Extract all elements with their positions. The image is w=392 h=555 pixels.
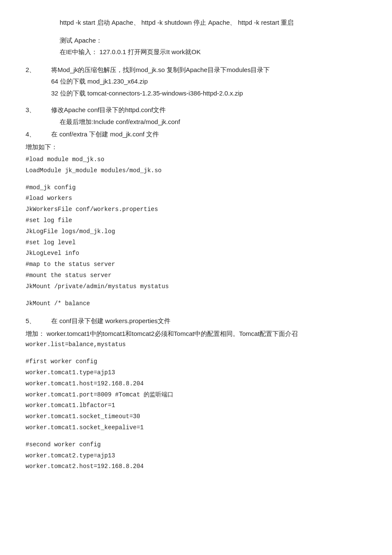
code-1: #load module mod_jk.so [26,155,366,165]
code-6: #set log file [26,216,366,226]
code-first-6: worker.tomcat1.socket_timeout=30 [26,412,366,422]
code-8: #set log level [26,238,366,248]
code-3: #mod_jk config [26,183,366,193]
code-second-2: worker.tomcat2.type=ajp13 [26,451,366,461]
code-7: JkLogFile logs/mod_jk.log [26,227,366,237]
item-5: 5、 在 conf目录下创建 workers.properties文件 [26,315,366,327]
item-5-num: 5、 [26,315,51,327]
code-4: #load workers [26,194,366,204]
code-9: JkLogLevel info [26,249,366,259]
item-5-workerlist: worker.list=balance,mystatus [26,340,366,350]
item-3-num: 3、 [26,104,51,128]
item-3-text: 修改Apache conf目录下的httpd.conf文件 [51,104,366,116]
code-second-1: #second worker config [26,440,366,450]
item-5-text: 在 conf目录下创建 workers.properties文件 [51,315,366,327]
item-2-text: 将Mod_jk的压缩包解压，找到mod_jk.so 复制到Apache目录下mo… [51,64,366,75]
second-worker-config: #second worker config worker.tomcat2.typ… [26,440,366,472]
item-5-add: 增加： worker.tomcat1中的tomcat1和tomcat2必须和To… [26,328,366,350]
item-2-num: 2、 [26,64,51,100]
code-13: JkMount /* balance [26,299,366,309]
code-10: #map to the status server [26,260,366,270]
httpd-commands-text: httpd -k start 启动 Apache、 httpd -k shutd… [60,17,366,28]
item-5-add-text: 增加： worker.tomcat1中的tomcat1和tomcat2必须和To… [26,328,366,339]
item-2: 2、 将Mod_jk的压缩包解压，找到mod_jk.so 复制到Apache目录… [26,64,366,100]
item-3-content: 修改Apache conf目录下的httpd.conf文件 在最后增加:Incl… [51,104,366,128]
code-second-3: worker.tomcat2.host=192.168.8.204 [26,462,366,472]
code-block-1: #load module mod_jk.so LoadModule jk_mod… [26,155,366,176]
code-11: #mount the status server [26,271,366,281]
item-5-content: 在 conf目录下创建 workers.properties文件 [51,315,366,327]
code-first-3: worker.tomcat1.host=192.168.8.204 [26,379,366,389]
code-12: JkMount /private/admin/mystatus mystatus [26,282,366,292]
code-first-4: worker.tomcat1.port=8009 #Tomcat 的监听端口 [26,390,366,400]
item-4-num: 4、 [26,129,51,141]
test-section: 测试 Apache： 在IE中输入： 127.0.0.1 打开网页显示It wo… [26,35,366,58]
item-3: 3、 修改Apache conf目录下的httpd.conf文件 在最后增加:I… [26,104,366,128]
item-2-content: 将Mod_jk的压缩包解压，找到mod_jk.so 复制到Apache目录下mo… [51,64,366,100]
code-first-7: worker.tomcat1.socket_keepalive=1 [26,423,366,433]
item-3-sub1: 在最后增加:Include conf/extra/mod_jk.conf [51,116,366,127]
item-2-sub2: 32 位的下载 tomcat-connectors-1.2.35-windows… [51,88,366,99]
httpd-commands-line: httpd -k start 启动 Apache、 httpd -k shutd… [26,17,366,28]
item-4-add-text: 增加如下： [26,142,366,153]
code-2: LoadModule jk_module modules/mod_jk.so [26,166,366,176]
code-block-2: #mod_jk config #load workers JkWorkersFi… [26,183,366,292]
code-block-3: JkMount /* balance [26,299,366,309]
page-content: httpd -k start 启动 Apache、 httpd -k shutd… [26,17,366,472]
first-worker-config: #first worker config worker.tomcat1.type… [26,357,366,433]
code-first-5: worker.tomcat1.lbfactor=1 [26,401,366,411]
code-first-1: #first worker config [26,357,366,367]
test-ie-text: 在IE中输入： 127.0.0.1 打开网页显示It work就OK [60,46,366,58]
item-4-add: 增加如下： [26,142,366,153]
code-5: JkWorkersFile conf/workers.properties [26,205,366,215]
item-4: 4、 在 conf/extra 下创建 mod_jk.conf 文件 [26,129,366,141]
code-first-2: worker.tomcat1.type=ajp13 [26,368,366,378]
item-2-sub1: 64 位的下载 mod_jk1.230_x64.zip [51,76,366,87]
item-4-text: 在 conf/extra 下创建 mod_jk.conf 文件 [51,129,366,140]
item-4-content: 在 conf/extra 下创建 mod_jk.conf 文件 [51,129,366,141]
test-label: 测试 Apache： [60,35,366,46]
